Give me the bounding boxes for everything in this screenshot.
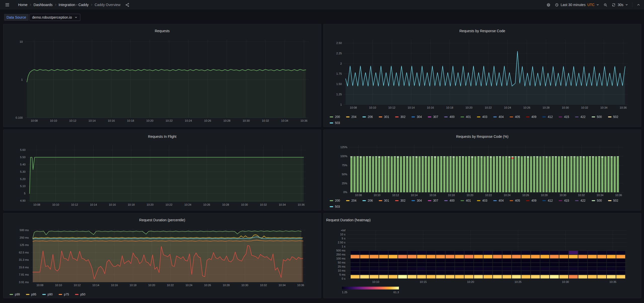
legend-item-200[interactable]: 200: [330, 114, 340, 120]
svg-text:10:08: 10:08: [33, 203, 40, 206]
legend-item-206[interactable]: 206: [362, 114, 373, 120]
legend-item-500[interactable]: 500: [592, 114, 602, 120]
svg-text:10:22: 10:22: [485, 106, 492, 109]
legend-item-503[interactable]: 503: [330, 120, 340, 126]
legend-item-422[interactable]: 422: [575, 114, 585, 120]
legend-label: 404: [499, 199, 504, 202]
svg-text:10 s: 10 s: [340, 233, 346, 236]
legend-item-400[interactable]: 400: [444, 114, 454, 120]
legend-item-p50[interactable]: p50: [75, 291, 85, 297]
legend-item-405[interactable]: 405: [510, 198, 520, 204]
svg-text:10:28: 10:28: [223, 284, 230, 287]
refresh-picker[interactable]: 30s: [612, 3, 628, 7]
legend-label: 401: [466, 115, 471, 119]
legend-label: 405: [515, 115, 520, 119]
request-duration-percentile-chart[interactable]: 500 ms250 ms125 ms62.5 ms31.3 ms15.6 ms7…: [4, 227, 321, 291]
legend-item-302[interactable]: 302: [395, 114, 405, 120]
legend-swatch: [493, 116, 497, 117]
breadcrumb-item-dashboards[interactable]: Dashboards: [33, 3, 53, 7]
legend-label: 409: [531, 115, 536, 119]
legend-item-301[interactable]: 301: [379, 198, 389, 204]
menu-toggle-button[interactable]: [4, 1, 11, 9]
svg-text:75%: 75%: [342, 164, 347, 167]
dashboard-settings-button[interactable]: [546, 3, 551, 7]
legend-item-422[interactable]: 422: [575, 198, 585, 204]
requests-chart[interactable]: 1010.10010:0810:1010:1210:1410:1610:1810…: [4, 37, 321, 127]
legend-item-307[interactable]: 307: [428, 114, 438, 120]
svg-text:25 ms: 25 ms: [338, 265, 346, 268]
panel-title[interactable]: Requests by Response Code (%): [324, 133, 641, 140]
requests-by-response-code-pct-chart[interactable]: 0%25%50%75%100%125%10:0810:1010:1210:141…: [324, 143, 641, 197]
legend-item-301[interactable]: 301: [379, 114, 389, 120]
svg-text:62.5 ms: 62.5 ms: [19, 251, 29, 254]
legend-item-307[interactable]: 307: [428, 198, 438, 204]
legend-swatch: [559, 200, 562, 201]
legend-label: 422: [580, 115, 585, 119]
legend-label: 400: [449, 199, 454, 202]
svg-text:1.50: 1.50: [336, 82, 342, 85]
legend-swatch: [461, 116, 464, 117]
share-dashboard-button[interactable]: [124, 1, 131, 8]
legend-item-404[interactable]: 404: [493, 198, 504, 204]
request-duration-heatmap-chart[interactable]: +Inf10 s5 s2.50 s1 s500 ms250 ms100 ms50…: [324, 227, 641, 298]
legend-item-403[interactable]: 403: [477, 114, 487, 120]
legend-item-206[interactable]: 206: [362, 198, 373, 204]
svg-text:10:28: 10:28: [543, 106, 550, 109]
datasource-select[interactable]: demo.robustperception.io: [29, 14, 80, 21]
svg-text:10:36: 10:36: [620, 106, 627, 109]
legend-item-412[interactable]: 412: [542, 198, 553, 204]
legend-item-p75[interactable]: p75: [59, 291, 69, 297]
panel-title[interactable]: Request Duration (heatmap): [324, 216, 641, 224]
legend-item-p95[interactable]: p95: [26, 291, 36, 297]
legend-item-412[interactable]: 412: [542, 114, 553, 120]
svg-text:10:20: 10:20: [467, 194, 473, 197]
legend-label: p99: [15, 293, 20, 296]
svg-text:10:22: 10:22: [166, 203, 173, 206]
panel-title[interactable]: Request Duration (percentile): [4, 216, 321, 224]
legend-item-409[interactable]: 409: [526, 114, 536, 120]
legend-item-500[interactable]: 500: [592, 198, 602, 204]
legend-item-403[interactable]: 403: [477, 198, 487, 204]
legend-label: 401: [466, 199, 471, 202]
breadcrumb-item-home[interactable]: Home: [18, 3, 27, 7]
svg-text:1: 1: [340, 103, 342, 106]
legend-swatch: [379, 200, 382, 201]
legend-item-503[interactable]: 503: [330, 204, 340, 210]
svg-text:10:36: 10:36: [300, 119, 308, 122]
panel-title[interactable]: Requests In Flight: [4, 133, 321, 140]
legend-item-415[interactable]: 415: [559, 198, 569, 204]
legend-swatch: [510, 116, 513, 117]
legend-item-415[interactable]: 415: [559, 114, 569, 120]
legend-item-401[interactable]: 401: [461, 114, 471, 120]
breadcrumb-item-integration-caddy[interactable]: Integration - Caddy: [59, 3, 89, 7]
legend-item-404[interactable]: 404: [493, 114, 504, 120]
legend-item-200[interactable]: 200: [330, 198, 340, 204]
panel-title[interactable]: Requests by Response Code: [324, 27, 641, 35]
legend-item-502[interactable]: 502: [608, 198, 618, 204]
legend-item-204[interactable]: 204: [346, 114, 356, 120]
legend-item-p90[interactable]: p90: [42, 291, 53, 297]
legend-item-401[interactable]: 401: [461, 198, 471, 204]
requests-by-response-code-chart[interactable]: 2.502.2521.751.501.25110:0810:1010:1210:…: [324, 37, 641, 113]
legend-item-p99[interactable]: p99: [10, 291, 20, 297]
legend-item-304[interactable]: 304: [411, 198, 422, 204]
kiosk-mode-button[interactable]: [636, 3, 640, 7]
requests-in-flight-chart[interactable]: 5.605.505.405.305.205.1054.9010:0810:101…: [4, 143, 321, 210]
legend-swatch: [362, 200, 366, 201]
legend-swatch: [526, 200, 529, 201]
legend-item-409[interactable]: 409: [526, 198, 536, 204]
legend-item-204[interactable]: 204: [346, 198, 356, 204]
time-range-picker[interactable]: Last 30 minutes UTC: [555, 3, 599, 7]
svg-text:10:26: 10:26: [204, 284, 211, 287]
legend-item-304[interactable]: 304: [411, 114, 422, 120]
zoom-out-button[interactable]: [603, 3, 608, 7]
legend-item-302[interactable]: 302: [395, 198, 405, 204]
legend-label: 422: [580, 199, 585, 202]
legend-label: 304: [417, 115, 422, 119]
legend-item-400[interactable]: 400: [444, 198, 454, 204]
legend-item-405[interactable]: 405: [510, 114, 520, 120]
legend-item-502[interactable]: 502: [608, 114, 618, 120]
legend-swatch: [379, 116, 382, 117]
svg-text:1.25: 1.25: [342, 291, 348, 294]
panel-title[interactable]: Requests: [4, 27, 321, 35]
